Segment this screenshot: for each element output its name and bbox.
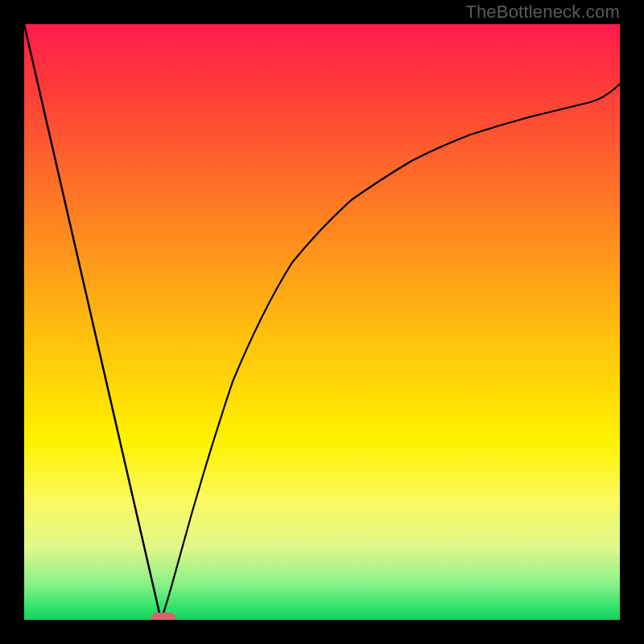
chart-container: TheBottleneck.com [0, 0, 644, 644]
min-marker [151, 613, 175, 620]
chart-svg [24, 24, 620, 620]
plot-area [24, 24, 620, 620]
curve-right-segment [161, 84, 620, 620]
curve-left-segment [24, 24, 161, 620]
watermark-text: TheBottleneck.com [465, 2, 620, 23]
